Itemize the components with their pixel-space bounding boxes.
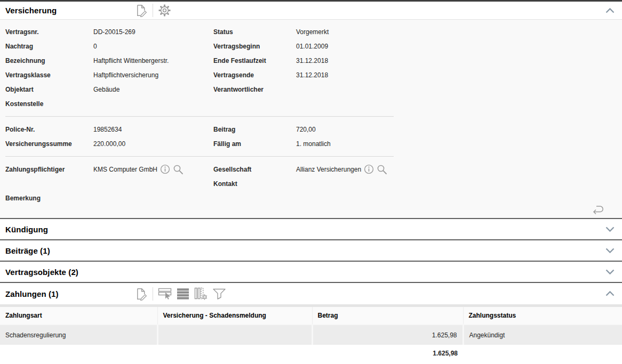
table-row[interactable]: Schadensregulierung 1.625,98 Angekündigt (0, 325, 622, 345)
column-settings-button[interactable] (194, 287, 208, 300)
field-value (296, 82, 400, 96)
field-value: KMS Computer GmbH (93, 166, 157, 173)
field-value-with-lookup: KMS Computer GmbH (93, 162, 213, 176)
field-spacer (93, 176, 213, 191)
section-header-zahlungen[interactable]: Zahlungen (1) (0, 283, 622, 304)
field-value (296, 176, 400, 191)
gear-icon (158, 4, 171, 17)
company-info-button[interactable] (364, 164, 374, 174)
cell-schadensmeldung (157, 325, 312, 345)
field-value: 01.01.2009 (296, 39, 400, 53)
field-value: 220.000,00 (93, 136, 213, 151)
field-label: Vertragsende (213, 68, 296, 82)
section-title-versicherung: Versicherung (5, 6, 57, 15)
payments-table: Zahlungsart Versicherung - Schadensmeldu… (0, 307, 622, 363)
toolbar-separator (153, 4, 153, 17)
payer-info-button[interactable] (160, 164, 170, 174)
field-label: Nachtrag (5, 39, 93, 53)
field-label: Status (213, 25, 296, 39)
toolbar-separator (153, 287, 153, 301)
section-header-versicherung[interactable]: Versicherung (0, 2, 622, 20)
column-header-zahlungsstatus[interactable]: Zahlungsstatus (463, 307, 622, 325)
field-value: 1. monatlich (296, 136, 400, 151)
section-title-zahlungen: Zahlungen (1) (5, 289, 59, 298)
field-label: Vertragsklasse (5, 68, 93, 82)
field-label: Zahlungspflichtiger (5, 162, 93, 176)
field-value: 31.12.2018 (296, 68, 400, 82)
field-label: Fällig am (213, 136, 296, 151)
field-value: 0 (93, 39, 213, 53)
field-label: Versicherungssumme (5, 136, 93, 151)
chevron-up-icon (605, 8, 615, 13)
field-value: Allianz Versicherungen (296, 166, 361, 173)
field-value: 31.12.2018 (296, 53, 400, 68)
chevron-up-icon (605, 291, 615, 296)
field-value (93, 96, 213, 111)
edit-button[interactable] (134, 4, 148, 17)
field-spacer (5, 176, 93, 191)
field-value: Haftpflichtversicherung (93, 68, 213, 82)
versicherung-toolbar (134, 4, 171, 17)
select-rows-icon (158, 288, 172, 300)
field-label: Verantwortlicher (213, 82, 296, 96)
list-view-button[interactable] (177, 288, 189, 300)
field-value: Vorgemerkt (296, 25, 400, 39)
magnifier-icon (173, 164, 184, 175)
settings-button[interactable] (158, 4, 171, 17)
field-value: Haftpflicht Wittenbergerstr. (93, 53, 213, 68)
cell-zahlungsart: Schadensregulierung (0, 325, 157, 345)
form-group-contract: Vertragsnr. DD-20015-269 Status Vorgemer… (5, 25, 400, 111)
column-header-schadensmeldung[interactable]: Versicherung - Schadensmeldung (157, 307, 312, 325)
table-sum-row: 1.625,98 (0, 345, 622, 363)
document-edit-icon (134, 287, 148, 301)
expand-vertragsobjekte-button[interactable] (605, 269, 615, 274)
field-value (296, 96, 400, 111)
table-header-row: Zahlungsart Versicherung - Schadensmeldu… (0, 307, 622, 325)
section-header-kuendigung[interactable]: Kündigung (0, 219, 622, 239)
cell-zahlungsstatus: Angekündigt (463, 325, 622, 345)
field-label: Vertragsbeginn (213, 39, 296, 53)
revert-button[interactable] (590, 204, 606, 215)
form-group-police: Police-Nr. 19852634 Beitrag 720,00 Versi… (5, 122, 400, 151)
field-value-with-lookup: Allianz Versicherungen (296, 162, 400, 176)
section-title-kuendigung: Kündigung (5, 225, 48, 234)
collapse-zahlungen-button[interactable] (605, 291, 615, 296)
payer-search-button[interactable] (173, 164, 184, 175)
section-header-beitraege[interactable]: Beiträge (1) (0, 240, 622, 261)
field-label: Kontakt (213, 176, 296, 191)
expand-beitraege-button[interactable] (605, 248, 615, 253)
field-label: Vertragsnr. (5, 25, 93, 39)
field-label: Bemerkung (5, 191, 93, 205)
field-label: Beitrag (213, 122, 296, 136)
form-divider (5, 156, 394, 157)
section-title-vertragsobjekte: Vertragsobjekte (2) (5, 268, 78, 277)
magnifier-icon (377, 164, 387, 175)
form-divider (5, 116, 394, 117)
column-settings-icon (194, 287, 208, 300)
chevron-down-icon (605, 227, 615, 232)
company-search-button[interactable] (377, 164, 387, 175)
filter-button[interactable] (212, 287, 226, 300)
field-label: Ende Festlaufzeit (213, 53, 296, 68)
section-title-beitraege: Beiträge (1) (5, 246, 50, 255)
column-header-betrag[interactable]: Betrag (312, 307, 463, 325)
new-payment-button[interactable] (134, 287, 148, 301)
field-label (213, 96, 296, 111)
field-value (93, 191, 213, 205)
cell-betrag: 1.625,98 (312, 325, 463, 345)
column-header-zahlungsart[interactable]: Zahlungsart (0, 307, 157, 325)
collapse-versicherung-button[interactable] (605, 8, 615, 13)
chevron-down-icon (605, 248, 615, 253)
field-value: DD-20015-269 (93, 25, 213, 39)
field-label: Bezeichnung (5, 53, 93, 68)
field-value: Gebäude (93, 82, 213, 96)
field-spacer (213, 191, 296, 205)
expand-kuendigung-button[interactable] (605, 227, 615, 232)
zahlungen-toolbar (134, 287, 226, 301)
field-label: Police-Nr. (5, 122, 93, 136)
section-header-vertragsobjekte[interactable]: Vertragsobjekte (2) (0, 262, 622, 282)
document-edit-icon (134, 4, 148, 17)
form-group-partner: Zahlungspflichtiger KMS Computer GmbH (5, 162, 400, 205)
select-rows-button[interactable] (158, 288, 172, 300)
list-rows-icon (177, 288, 189, 300)
